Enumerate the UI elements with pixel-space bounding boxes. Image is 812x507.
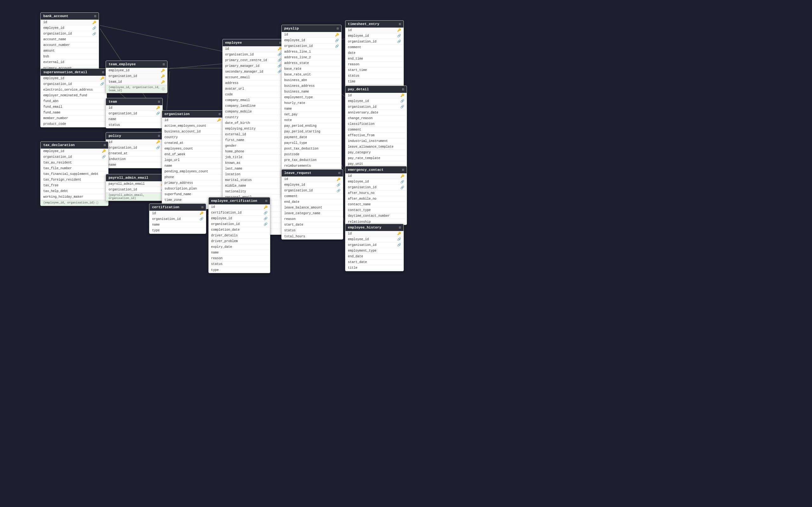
- field-row: date: [345, 50, 403, 56]
- field-name: end_of_week: [165, 153, 221, 156]
- field-row: employees_count: [162, 146, 223, 152]
- expand-icon-policy[interactable]: ⊡: [158, 134, 160, 138]
- field-name: note: [284, 118, 339, 122]
- expand-icon-timesheet_entry[interactable]: ⊡: [399, 22, 401, 26]
- field-row: change_reason: [345, 116, 407, 121]
- table-header-superannuation_detail[interactable]: superannuation_detail⊡: [41, 69, 107, 76]
- field-row: contact_name: [345, 202, 407, 208]
- table-header-timesheet_entry[interactable]: timesheet_entry⊡: [345, 20, 403, 27]
- table-header-leave_request[interactable]: leave_request⊡: [282, 170, 343, 176]
- expand-icon-employee_history[interactable]: ⊡: [399, 226, 401, 229]
- expand-icon-employee_certification[interactable]: ⊡: [265, 199, 267, 203]
- expand-icon-emergency_contact[interactable]: ⊡: [402, 168, 404, 172]
- table-header-employee_history[interactable]: employee_history⊡: [345, 224, 403, 231]
- field-name: expiry_date: [211, 245, 267, 249]
- field-row: reason: [209, 256, 270, 262]
- field-row: address: [223, 80, 284, 86]
- field-name: name: [165, 164, 221, 168]
- field-name: member_number: [43, 117, 104, 120]
- field-row: working_holiday_maker: [41, 194, 108, 200]
- table-header-team_employee[interactable]: team_employee⊡: [106, 61, 167, 68]
- expand-icon-team_employee[interactable]: ⊡: [163, 62, 165, 66]
- table-header-bank_account[interactable]: bank_account⊡: [41, 13, 99, 20]
- table-title-payroll_admin_email: payroll_admin_email: [108, 176, 148, 180]
- field-row: end_date: [282, 199, 343, 205]
- field-row: comment: [345, 127, 407, 133]
- field-name: name: [108, 118, 160, 121]
- field-row: time: [345, 79, 403, 84]
- field-name: id: [348, 94, 399, 97]
- field-row: employee_id🔗: [345, 99, 407, 104]
- field-name: company_mobile: [225, 110, 281, 113]
- field-row: expiry_date: [209, 244, 270, 250]
- expand-icon-leave_request[interactable]: ⊡: [339, 171, 340, 175]
- expand-icon-certification[interactable]: ⊡: [201, 205, 203, 209]
- erd-canvas: bank_account⊡id🔑employee_id🔗organisation…: [0, 0, 812, 507]
- field-row: id🔑: [345, 231, 403, 237]
- table-body-employee_certification: id🔑certification_id🔗employee_id🔗organisa…: [209, 205, 270, 273]
- table-header-team[interactable]: team⊡: [106, 98, 162, 105]
- table-body-leave_request: id🔑employee_id🔗organisation_id🔗commenten…: [282, 176, 343, 239]
- field-name: pending_employees_count: [165, 170, 221, 173]
- field-row: amount: [41, 48, 99, 54]
- field-name: leave_allowance_template: [348, 145, 404, 149]
- field-row: employment_type: [282, 95, 341, 101]
- field-name: after_hours_no: [348, 191, 404, 195]
- field-name: post_tax_deduction: [284, 147, 339, 151]
- field-name: end_time: [348, 57, 401, 60]
- field-row: employee_id🔗: [41, 25, 99, 31]
- table-header-certification[interactable]: certification⊡: [149, 204, 206, 211]
- table-header-employee[interactable]: employee⊡: [223, 39, 284, 46]
- field-row: pay_period_starting: [282, 129, 341, 135]
- field-row: anniversary_date: [345, 110, 407, 116]
- composite-key-text: (payroll_admin_email, organisation_id): [108, 193, 160, 200]
- field-name: last_name: [225, 167, 281, 170]
- expand-icon-payslip[interactable]: ⊡: [337, 26, 339, 31]
- table-header-pay_detail[interactable]: pay_detail⊡: [345, 86, 407, 93]
- table-header-organisation[interactable]: organisation⊡: [162, 111, 223, 118]
- table-tax_declaration: tax_declaration⊡employee_id🔑organisation…: [40, 141, 108, 206]
- expand-icon-organisation[interactable]: ⊡: [219, 112, 221, 116]
- field-name: net_pay: [284, 113, 339, 116]
- expand-icon-pay_detail[interactable]: ⊡: [402, 88, 404, 91]
- fk-icon: 🔗: [400, 105, 404, 109]
- expand-icon-team[interactable]: ⊡: [158, 100, 160, 104]
- field-row: primary_cost_centre_id🔗: [223, 58, 284, 63]
- field-name: title: [348, 266, 401, 270]
- expand-icon-tax_declaration[interactable]: ⊡: [104, 143, 106, 147]
- expand-icon-employee[interactable]: ⊡: [280, 41, 281, 45]
- field-name: id: [348, 29, 396, 32]
- field-row: organisation_id🔗: [106, 145, 162, 151]
- fk-icon: 🔗: [264, 222, 267, 226]
- expand-icon-bank_account[interactable]: ⊡: [94, 14, 96, 18]
- field-name: external_id: [43, 60, 96, 64]
- table-header-payroll_admin_email[interactable]: payroll_admin_email⊡: [106, 174, 167, 181]
- field-name: first_name: [225, 138, 281, 142]
- field-row: title: [345, 265, 403, 271]
- expand-icon-superannuation_detail[interactable]: ⊡: [102, 70, 104, 74]
- field-name: employee_id: [348, 34, 396, 38]
- field-name: organisation_id: [284, 189, 335, 192]
- field-row: phone: [162, 175, 223, 180]
- field-row: superfund_name: [162, 192, 223, 198]
- field-name: created_at: [165, 141, 221, 145]
- field-name: daytime_contact_number: [348, 214, 404, 218]
- field-row: hourly_rate: [282, 101, 341, 106]
- table-header-emergency_contact[interactable]: emergency_contact⊡: [345, 166, 407, 173]
- table-header-policy[interactable]: policy⊡: [106, 132, 162, 139]
- table-header-tax_declaration[interactable]: tax_declaration⊡: [41, 142, 108, 149]
- field-row: location: [223, 172, 284, 177]
- field-name: end_date: [284, 200, 340, 204]
- fk-icon: 🔗: [277, 70, 281, 73]
- field-name: start_date: [348, 261, 401, 264]
- table-header-payslip[interactable]: payslip⊡: [282, 25, 341, 32]
- field-row: industrial_instrument: [345, 138, 407, 144]
- field-row: country: [223, 115, 284, 120]
- field-row: leave_category_name: [282, 211, 343, 216]
- fk-icon: 🔗: [337, 183, 340, 187]
- field-name: primary_manager_id: [225, 64, 276, 68]
- field-name: organisation_id: [348, 40, 396, 43]
- field-name: name: [152, 223, 203, 227]
- table-header-employee_certification[interactable]: employee_certification⊡: [209, 198, 270, 205]
- field-row: status: [282, 228, 343, 233]
